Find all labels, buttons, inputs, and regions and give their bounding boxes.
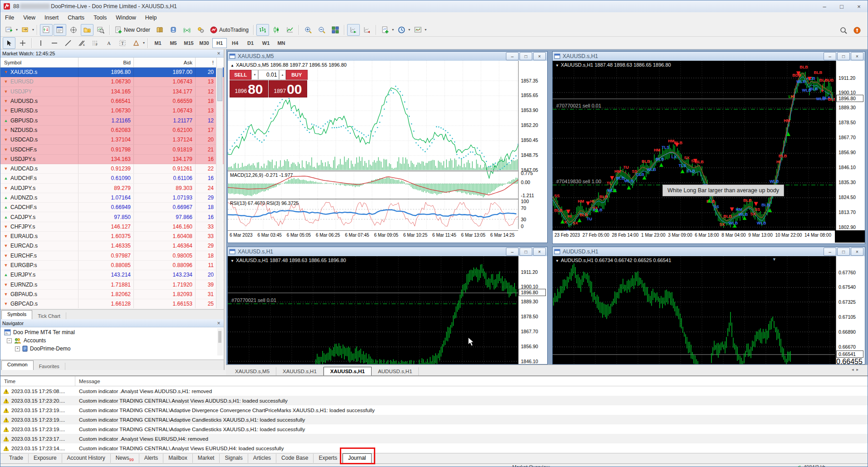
timeframe-button[interactable]: H4 [228,38,242,48]
chart-window-xauusd-h1-bottom[interactable]: XAUUSD.s,H1 – □ × ▼XAUUSD.s,H1 1887.48 1… [227,247,548,365]
scrollbar-thumb[interactable] [217,68,222,101]
terminal-tab[interactable]: Articles [248,454,276,463]
market-watch-row[interactable]: CADCHF.s 0.66949 0.66967 18 [0,203,224,212]
journal-row[interactable]: 2023.03.15 17:23:19.... Custom indicator… [0,415,868,424]
fibonacci-tool[interactable]: F [89,37,102,49]
column-time[interactable]: Time [0,376,75,386]
periods-dropdown[interactable]: ▾ [408,28,410,32]
collapse-caret-icon[interactable]: ▼ [230,259,234,263]
market-watch-row[interactable]: XAUUSD.s 1896.80 1897.00 20 [0,68,224,77]
timeframe-button[interactable]: W1 [259,38,273,48]
menu-item[interactable]: View [19,12,40,23]
market-watch-row[interactable]: EURCAD.s 1.46335 1.46364 29 [0,241,224,251]
strategy-tester-button[interactable] [94,24,107,36]
auto-scroll-button[interactable] [347,24,360,36]
channel-tool[interactable]: E [75,37,88,49]
chart-window-xauusd-m5[interactable]: XAUUSD.s,M5 – □ × ▲XAUUSD.s,M5 1896.88 1… [227,51,548,243]
periods-button[interactable] [395,24,408,36]
data-window-button[interactable] [54,24,66,36]
new-order-button[interactable]: New Order [113,24,152,35]
chart-plot-area[interactable]: ▲XAUUSD.s,M5 1896.88 1897.27 1896.55 189… [228,61,547,243]
expert-advisors-button[interactable] [194,24,207,36]
line-chart-button[interactable] [284,24,296,36]
chart-tab[interactable]: AUDUSD.s,H1 [372,367,419,375]
column-alert[interactable]: ! [196,58,217,67]
chart-restore-button[interactable]: □ [520,52,532,60]
market-watch-row[interactable]: AUDUSD.s 0.66541 0.66559 18 [0,97,224,106]
market-watch-row[interactable]: AUDCHF.s 0.61090 0.61106 16 [0,174,224,183]
chart-close-button[interactable]: × [851,248,863,256]
collapse-caret-icon[interactable]: ▲ [230,63,234,68]
chart-titlebar[interactable]: XAUUSD.s,H1 – □ × [553,52,865,61]
chart-plot-area[interactable]: ▼XAUUSD.s,H1 1887.48 1898.63 1886.65 189… [553,61,865,243]
tile-windows-button[interactable] [329,24,342,36]
market-watch-tab[interactable]: Symbols [1,310,32,320]
shapes-dropdown[interactable]: ▾ [143,41,145,45]
journal-row[interactable]: 2023.03.15 17:23:17.... Custom indicator… [0,434,868,443]
menu-item[interactable]: File [0,12,19,23]
market-watch-row[interactable]: NZDUSD.s 0.62083 0.62100 17 [0,126,224,135]
market-watch-row[interactable]: AUDJPY.s 89.279 89.303 24 [0,184,224,193]
terminal-tab[interactable]: Market [193,454,220,463]
mql-wizard-button[interactable] [167,24,180,36]
navigator-header[interactable]: Navigator × [0,319,224,327]
profiles-dropdown[interactable]: ▾ [32,28,34,32]
terminal-tab[interactable]: Journal [343,453,371,463]
column-message[interactable]: Message [75,379,100,384]
trendline-tool[interactable] [62,37,74,49]
collapse-caret-icon[interactable]: ▼ [555,63,559,68]
vertical-line-tool[interactable] [34,37,47,49]
chart-restore-button[interactable]: □ [520,248,532,256]
chart-titlebar[interactable]: AUDUSD.s,H1 – □ × [553,247,865,256]
chart-restore-button[interactable]: □ [837,52,850,60]
order-line-label[interactable]: #70770021 sell 0.01 [556,103,601,108]
journal-row[interactable]: 2023.03.15 17:23:14.... Custom indicator… [0,443,868,453]
chart-minimize-button[interactable]: – [506,248,519,256]
expand-expander-icon[interactable]: + [15,346,20,351]
candlestick-chart-button[interactable] [270,24,283,36]
market-watch-row[interactable]: EURNZD.s 1.71881 1.71920 39 [0,280,224,290]
order-line-label[interactable]: #70770021 sell 0.01 [231,297,276,303]
buy-price[interactable]: 189700 [269,80,307,97]
market-watch-row[interactable]: AUDNZD.s 1.07164 1.07193 29 [0,193,224,203]
chart-plot-area[interactable]: ▼XAUUSD.s,H1 1887.48 1898.63 1886.65 189… [228,256,547,364]
indicators-button[interactable] [379,24,392,36]
new-chart-dropdown[interactable]: ▾ [16,28,18,32]
indicators-dropdown[interactable]: ▾ [392,28,394,32]
terminal-tab[interactable]: Signals [220,454,248,463]
timeframe-button[interactable]: H1 [212,38,227,48]
profiles-button[interactable] [19,24,32,36]
timeframe-button[interactable]: M1 [151,38,165,48]
market-watch-close-icon[interactable]: × [216,50,222,57]
titlebar[interactable]: 88 DooPrime-Live - Doo Prime Limited - X… [0,0,868,12]
market-watch-row[interactable]: USDCHF.s 0.91798 0.91819 21 [0,145,224,154]
sell-button[interactable]: SELL [230,70,251,80]
terminal-tab[interactable]: Code Base [276,454,314,463]
menu-item[interactable]: Help [141,12,162,23]
chart-minimize-button[interactable]: – [506,52,519,60]
journal-row[interactable]: 2023.03.15 17:25:08.... Custom indicator… [0,386,868,396]
chart-tab[interactable]: XAUUSD.s,H1 [276,367,324,375]
chart-titlebar[interactable]: XAUUSD.s,H1 – □ × [228,247,547,256]
market-watch-row[interactable]: EURUSD 1.06730 1.06743 13 [0,77,224,87]
templates-button[interactable] [412,24,424,36]
cursor-tool-button[interactable] [3,37,15,49]
market-watch-row[interactable]: CHFJPY.s 146.127 146.160 33 [0,222,224,232]
collapse-caret-icon[interactable]: ▼ [555,259,559,263]
navigator-item-dooprime-demo[interactable]: + DooPrime-Demo [2,345,224,353]
chart-tab[interactable]: XAUUSD.s,H1 [324,367,372,375]
label-tool[interactable]: T [116,37,129,49]
chart-plot-area[interactable]: ▼AUDUSD.s,H1 0.66734 0.66742 0.66525 0.6… [553,256,865,364]
volume-input[interactable]: 0.01 [258,70,280,80]
zoom-out-button[interactable] [315,24,328,36]
navigator-tab[interactable]: Common [1,360,34,370]
navigator-close-icon[interactable]: × [216,320,222,326]
market-watch-row[interactable]: GBPUSD.s 1.21165 1.21177 12 [0,116,224,125]
market-watch-scrollbar[interactable] [216,67,223,308]
timeframe-button[interactable]: M30 [197,38,211,48]
column-ask[interactable]: Ask [134,58,196,67]
market-watch-row[interactable]: GBPCAD.s 1.66128 1.66153 25 [0,299,224,309]
community-button[interactable] [851,24,863,36]
chart-window-xauusd-h1-top[interactable]: XAUUSD.s,H1 – □ × ▼XAUUSD.s,H1 1887.48 1… [552,51,865,244]
menu-item[interactable]: Window [111,12,140,23]
